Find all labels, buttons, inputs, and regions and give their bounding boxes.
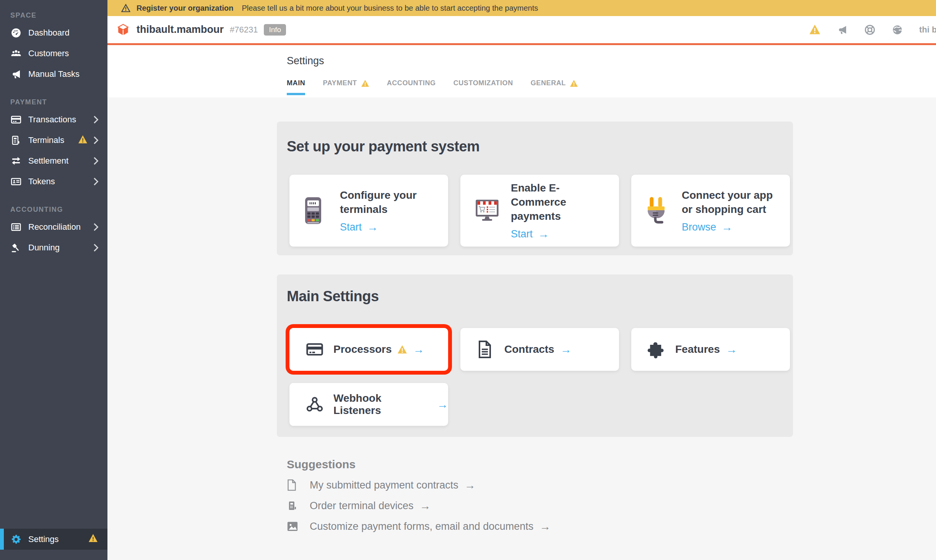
sidebar-item-label: Dashboard	[28, 28, 99, 38]
tab-label: ACCOUNTING	[387, 79, 436, 87]
id-card-icon	[10, 176, 23, 187]
sidebar-item-dashboard[interactable]: Dashboard	[0, 23, 107, 43]
sidebar-item-transactions[interactable]: Transactions	[0, 109, 107, 130]
tab-general[interactable]: GENERAL	[531, 79, 578, 95]
arrow-right-icon: →	[437, 398, 448, 411]
processors-card[interactable]: Processors →	[289, 328, 448, 371]
user-menu[interactable]: thi ba	[919, 25, 936, 35]
sidebar-item-label: Customers	[28, 49, 99, 58]
tab-label: MAIN	[287, 79, 305, 87]
sidebar: SPACE Dashboard Customers Manual Tasks P…	[0, 0, 107, 560]
link-label: Browse	[682, 221, 716, 233]
start-link[interactable]: Start →	[340, 221, 437, 234]
megaphone-icon	[10, 68, 23, 80]
sidebar-item-settlement[interactable]: Settlement	[0, 151, 107, 171]
megaphone-icon[interactable]	[837, 24, 848, 36]
warning-icon[interactable]	[809, 24, 821, 36]
settings-tabs: MAIN PAYMENT ACCOUNTING CUSTOMIZATION GE…	[287, 79, 936, 95]
transfer-arrows-icon	[10, 155, 23, 167]
account-id: #76231	[230, 25, 258, 35]
sidebar-section-accounting: ACCOUNTING	[0, 206, 107, 214]
chevron-right-icon	[93, 114, 99, 125]
arrow-right-icon: →	[722, 221, 733, 234]
gavel-icon	[10, 242, 23, 253]
ecommerce-card[interactable]: Enable E-Commerce payments Start →	[460, 175, 619, 247]
pos-terminal-icon	[287, 499, 300, 512]
setup-cards: Configure your terminals Start → Enable …	[289, 175, 790, 247]
suggestion-label: My submitted payment contracts	[310, 479, 458, 491]
account-name: thibault.mambour	[136, 24, 224, 36]
setup-section: Set up your payment system Configure you…	[277, 122, 793, 255]
credit-card-icon	[306, 340, 324, 359]
suggestion-submitted-contracts[interactable]: My submitted payment contracts →	[287, 479, 551, 492]
card-label: Features	[675, 343, 720, 355]
arrow-right-icon: →	[726, 343, 737, 356]
card-label: Webhook Listeners	[333, 392, 431, 417]
tab-main[interactable]: MAIN	[287, 79, 305, 95]
orange-cube-logo	[117, 23, 130, 36]
banner-message: Please tell us a bit more about your bus…	[242, 4, 538, 13]
contracts-card[interactable]: Contracts →	[460, 328, 619, 371]
sidebar-item-manual-tasks[interactable]: Manual Tasks	[0, 64, 107, 84]
suggestion-label: Customize payment forms, email and docum…	[310, 521, 533, 532]
tab-label: GENERAL	[531, 79, 566, 87]
sidebar-item-label: Dunning	[28, 243, 93, 253]
sidebar-item-label: Reconciliation	[28, 222, 93, 232]
file-icon	[287, 479, 300, 492]
lifebuoy-icon[interactable]	[864, 24, 876, 36]
warning-triangle-icon	[121, 4, 130, 12]
globe-icon[interactable]	[892, 24, 903, 36]
arrow-right-icon: →	[413, 343, 424, 356]
chevron-right-icon	[93, 135, 99, 146]
info-badge[interactable]: Info	[264, 24, 286, 36]
warning-icon	[397, 345, 407, 354]
puzzle-icon	[647, 340, 666, 359]
tab-accounting[interactable]: ACCOUNTING	[387, 79, 436, 95]
connect-app-card[interactable]: Connect your app or shopping cart Browse…	[631, 175, 790, 247]
tab-customization[interactable]: CUSTOMIZATION	[453, 79, 513, 95]
features-card[interactable]: Features →	[631, 328, 790, 371]
start-link[interactable]: Start →	[511, 228, 608, 240]
plug-icon	[644, 196, 672, 225]
sidebar-item-label: Manual Tasks	[28, 69, 99, 79]
dashboard-gauge-icon	[10, 27, 23, 39]
suggestions-section: Suggestions My submitted payment contrac…	[287, 458, 551, 533]
webhook-icon	[306, 395, 324, 414]
suggestion-order-terminals[interactable]: Order terminal devices →	[287, 499, 551, 512]
sidebar-item-reconciliation[interactable]: Reconciliation	[0, 217, 107, 237]
chevron-right-icon	[93, 155, 99, 167]
sidebar-item-terminals[interactable]: Terminals	[0, 130, 107, 151]
page-title: Settings	[287, 45, 936, 67]
credit-card-icon	[10, 114, 23, 125]
card-label: Contracts	[504, 343, 554, 355]
document-icon	[476, 340, 495, 359]
app: { "banner": { "title": "Register your or…	[0, 0, 936, 560]
ecommerce-store-icon	[473, 196, 501, 225]
arrow-right-icon: →	[538, 228, 549, 240]
suggestion-customize-forms[interactable]: Customize payment forms, email and docum…	[287, 520, 551, 533]
sidebar-item-tokens[interactable]: Tokens	[0, 171, 107, 192]
sidebar-item-dunning[interactable]: Dunning	[0, 237, 107, 258]
suggestions-title: Suggestions	[287, 458, 551, 471]
tab-label: CUSTOMIZATION	[453, 79, 513, 87]
sidebar-section-payment: PAYMENT	[0, 98, 107, 106]
card-title: Connect your app or shopping cart	[682, 188, 779, 216]
warning-icon	[78, 135, 88, 146]
suggestion-label: Order terminal devices	[310, 500, 414, 512]
arrow-right-icon: →	[561, 343, 572, 356]
card-label: Processors	[333, 343, 392, 355]
configure-terminals-card[interactable]: Configure your terminals Start →	[289, 175, 448, 247]
sidebar-item-label: Settings	[28, 534, 59, 544]
warning-icon	[570, 80, 578, 87]
header: thibault.mambour #76231 Info thi ba	[107, 16, 936, 45]
arrow-right-icon: →	[540, 520, 551, 533]
sidebar-item-settings[interactable]: Settings	[0, 529, 107, 550]
sidebar-item-label: Tokens	[28, 177, 93, 187]
browse-link[interactable]: Browse →	[682, 221, 779, 234]
chevron-right-icon	[93, 176, 99, 187]
webhook-listeners-card[interactable]: Webhook Listeners →	[289, 383, 448, 426]
sidebar-item-customers[interactable]: Customers	[0, 43, 107, 64]
sidebar-item-label: Transactions	[28, 115, 93, 125]
arrow-right-icon: →	[465, 479, 476, 492]
tab-payment[interactable]: PAYMENT	[323, 79, 369, 95]
